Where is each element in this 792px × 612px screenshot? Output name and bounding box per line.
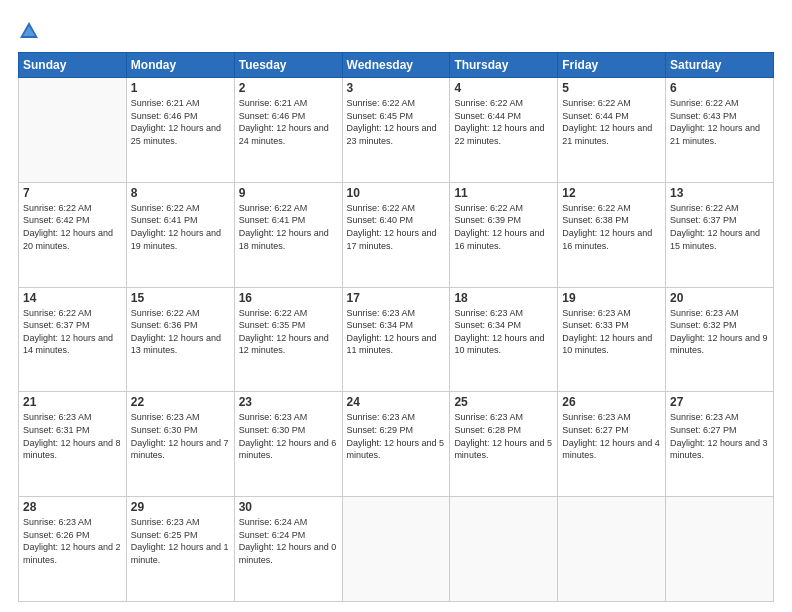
calendar-cell <box>342 497 450 602</box>
calendar-cell: 14Sunrise: 6:22 AMSunset: 6:37 PMDayligh… <box>19 287 127 392</box>
calendar-cell: 15Sunrise: 6:22 AMSunset: 6:36 PMDayligh… <box>126 287 234 392</box>
calendar-cell: 12Sunrise: 6:22 AMSunset: 6:38 PMDayligh… <box>558 182 666 287</box>
day-info: Sunrise: 6:23 AMSunset: 6:31 PMDaylight:… <box>23 411 122 461</box>
calendar-cell: 29Sunrise: 6:23 AMSunset: 6:25 PMDayligh… <box>126 497 234 602</box>
day-info: Sunrise: 6:23 AMSunset: 6:26 PMDaylight:… <box>23 516 122 566</box>
day-number: 26 <box>562 395 661 409</box>
calendar-cell: 6Sunrise: 6:22 AMSunset: 6:43 PMDaylight… <box>666 78 774 183</box>
day-info: Sunrise: 6:23 AMSunset: 6:28 PMDaylight:… <box>454 411 553 461</box>
day-number: 7 <box>23 186 122 200</box>
day-number: 5 <box>562 81 661 95</box>
day-number: 24 <box>347 395 446 409</box>
calendar-header-row: SundayMondayTuesdayWednesdayThursdayFrid… <box>19 53 774 78</box>
day-number: 1 <box>131 81 230 95</box>
weekday-header: Saturday <box>666 53 774 78</box>
day-number: 10 <box>347 186 446 200</box>
calendar-cell: 7Sunrise: 6:22 AMSunset: 6:42 PMDaylight… <box>19 182 127 287</box>
day-info: Sunrise: 6:22 AMSunset: 6:38 PMDaylight:… <box>562 202 661 252</box>
day-info: Sunrise: 6:22 AMSunset: 6:37 PMDaylight:… <box>23 307 122 357</box>
header <box>18 18 774 42</box>
day-number: 8 <box>131 186 230 200</box>
day-info: Sunrise: 6:23 AMSunset: 6:29 PMDaylight:… <box>347 411 446 461</box>
logo <box>18 18 44 42</box>
day-number: 3 <box>347 81 446 95</box>
day-info: Sunrise: 6:22 AMSunset: 6:41 PMDaylight:… <box>239 202 338 252</box>
calendar-cell: 17Sunrise: 6:23 AMSunset: 6:34 PMDayligh… <box>342 287 450 392</box>
calendar-week-row: 14Sunrise: 6:22 AMSunset: 6:37 PMDayligh… <box>19 287 774 392</box>
day-info: Sunrise: 6:22 AMSunset: 6:37 PMDaylight:… <box>670 202 769 252</box>
weekday-header: Thursday <box>450 53 558 78</box>
calendar-cell: 2Sunrise: 6:21 AMSunset: 6:46 PMDaylight… <box>234 78 342 183</box>
day-number: 23 <box>239 395 338 409</box>
day-info: Sunrise: 6:22 AMSunset: 6:44 PMDaylight:… <box>454 97 553 147</box>
day-number: 27 <box>670 395 769 409</box>
calendar-week-row: 21Sunrise: 6:23 AMSunset: 6:31 PMDayligh… <box>19 392 774 497</box>
calendar-cell: 5Sunrise: 6:22 AMSunset: 6:44 PMDaylight… <box>558 78 666 183</box>
weekday-header: Monday <box>126 53 234 78</box>
calendar-cell: 20Sunrise: 6:23 AMSunset: 6:32 PMDayligh… <box>666 287 774 392</box>
day-number: 18 <box>454 291 553 305</box>
day-number: 13 <box>670 186 769 200</box>
calendar-cell: 8Sunrise: 6:22 AMSunset: 6:41 PMDaylight… <box>126 182 234 287</box>
calendar-week-row: 1Sunrise: 6:21 AMSunset: 6:46 PMDaylight… <box>19 78 774 183</box>
day-number: 11 <box>454 186 553 200</box>
day-info: Sunrise: 6:22 AMSunset: 6:43 PMDaylight:… <box>670 97 769 147</box>
calendar-cell: 3Sunrise: 6:22 AMSunset: 6:45 PMDaylight… <box>342 78 450 183</box>
day-number: 29 <box>131 500 230 514</box>
day-info: Sunrise: 6:23 AMSunset: 6:30 PMDaylight:… <box>239 411 338 461</box>
day-info: Sunrise: 6:22 AMSunset: 6:40 PMDaylight:… <box>347 202 446 252</box>
day-info: Sunrise: 6:23 AMSunset: 6:27 PMDaylight:… <box>562 411 661 461</box>
day-info: Sunrise: 6:23 AMSunset: 6:27 PMDaylight:… <box>670 411 769 461</box>
calendar-cell: 21Sunrise: 6:23 AMSunset: 6:31 PMDayligh… <box>19 392 127 497</box>
calendar-cell: 28Sunrise: 6:23 AMSunset: 6:26 PMDayligh… <box>19 497 127 602</box>
day-number: 6 <box>670 81 769 95</box>
day-info: Sunrise: 6:22 AMSunset: 6:35 PMDaylight:… <box>239 307 338 357</box>
calendar-cell: 19Sunrise: 6:23 AMSunset: 6:33 PMDayligh… <box>558 287 666 392</box>
calendar-cell: 9Sunrise: 6:22 AMSunset: 6:41 PMDaylight… <box>234 182 342 287</box>
day-info: Sunrise: 6:22 AMSunset: 6:45 PMDaylight:… <box>347 97 446 147</box>
calendar-cell: 22Sunrise: 6:23 AMSunset: 6:30 PMDayligh… <box>126 392 234 497</box>
day-number: 2 <box>239 81 338 95</box>
weekday-header: Wednesday <box>342 53 450 78</box>
day-info: Sunrise: 6:23 AMSunset: 6:25 PMDaylight:… <box>131 516 230 566</box>
calendar-cell <box>558 497 666 602</box>
day-number: 15 <box>131 291 230 305</box>
calendar-cell: 25Sunrise: 6:23 AMSunset: 6:28 PMDayligh… <box>450 392 558 497</box>
calendar-cell: 30Sunrise: 6:24 AMSunset: 6:24 PMDayligh… <box>234 497 342 602</box>
day-number: 14 <box>23 291 122 305</box>
calendar-cell: 13Sunrise: 6:22 AMSunset: 6:37 PMDayligh… <box>666 182 774 287</box>
calendar-cell: 26Sunrise: 6:23 AMSunset: 6:27 PMDayligh… <box>558 392 666 497</box>
calendar-cell <box>666 497 774 602</box>
day-info: Sunrise: 6:23 AMSunset: 6:34 PMDaylight:… <box>347 307 446 357</box>
day-info: Sunrise: 6:23 AMSunset: 6:32 PMDaylight:… <box>670 307 769 357</box>
day-number: 4 <box>454 81 553 95</box>
calendar-cell <box>450 497 558 602</box>
calendar-cell: 4Sunrise: 6:22 AMSunset: 6:44 PMDaylight… <box>450 78 558 183</box>
day-number: 20 <box>670 291 769 305</box>
day-number: 19 <box>562 291 661 305</box>
day-number: 16 <box>239 291 338 305</box>
day-info: Sunrise: 6:23 AMSunset: 6:34 PMDaylight:… <box>454 307 553 357</box>
weekday-header: Sunday <box>19 53 127 78</box>
day-number: 21 <box>23 395 122 409</box>
calendar-week-row: 7Sunrise: 6:22 AMSunset: 6:42 PMDaylight… <box>19 182 774 287</box>
calendar-cell: 23Sunrise: 6:23 AMSunset: 6:30 PMDayligh… <box>234 392 342 497</box>
day-number: 9 <box>239 186 338 200</box>
logo-icon <box>18 20 40 42</box>
weekday-header: Tuesday <box>234 53 342 78</box>
day-number: 17 <box>347 291 446 305</box>
calendar-cell: 18Sunrise: 6:23 AMSunset: 6:34 PMDayligh… <box>450 287 558 392</box>
day-number: 25 <box>454 395 553 409</box>
calendar-cell <box>19 78 127 183</box>
day-info: Sunrise: 6:22 AMSunset: 6:39 PMDaylight:… <box>454 202 553 252</box>
calendar-cell: 10Sunrise: 6:22 AMSunset: 6:40 PMDayligh… <box>342 182 450 287</box>
day-info: Sunrise: 6:21 AMSunset: 6:46 PMDaylight:… <box>131 97 230 147</box>
day-info: Sunrise: 6:23 AMSunset: 6:33 PMDaylight:… <box>562 307 661 357</box>
day-info: Sunrise: 6:22 AMSunset: 6:41 PMDaylight:… <box>131 202 230 252</box>
day-info: Sunrise: 6:22 AMSunset: 6:44 PMDaylight:… <box>562 97 661 147</box>
calendar-cell: 11Sunrise: 6:22 AMSunset: 6:39 PMDayligh… <box>450 182 558 287</box>
calendar-cell: 24Sunrise: 6:23 AMSunset: 6:29 PMDayligh… <box>342 392 450 497</box>
calendar-cell: 1Sunrise: 6:21 AMSunset: 6:46 PMDaylight… <box>126 78 234 183</box>
page: SundayMondayTuesdayWednesdayThursdayFrid… <box>0 0 792 612</box>
day-info: Sunrise: 6:21 AMSunset: 6:46 PMDaylight:… <box>239 97 338 147</box>
